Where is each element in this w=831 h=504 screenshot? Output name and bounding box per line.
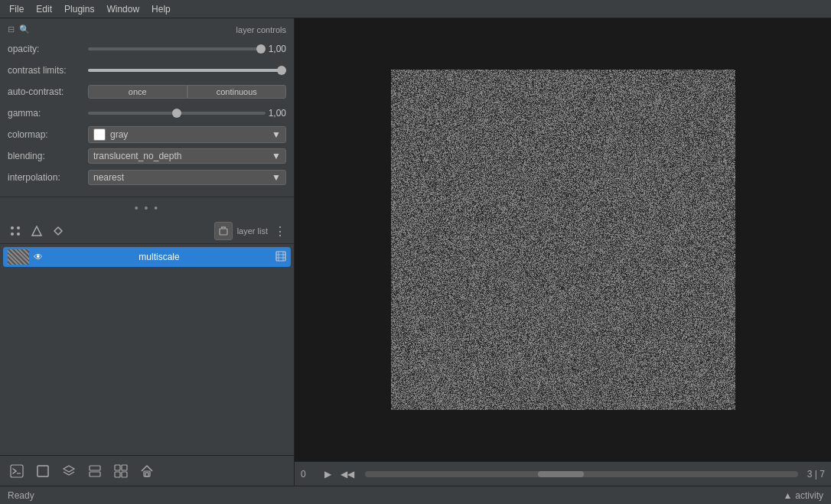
opacity-value: 1,00 <box>269 44 286 54</box>
interpolation-row: interpolation: nearest ▼ <box>8 169 286 186</box>
layer-list-title: layer list <box>237 226 268 236</box>
layer-controls-header: ⊟ 🔍 layer controls <box>8 24 286 34</box>
svg-point-1 <box>17 226 20 229</box>
list-item[interactable]: 👁 multiscale <box>3 247 291 267</box>
svg-rect-20 <box>115 465 120 470</box>
layer-tool-shapes[interactable] <box>28 222 46 240</box>
colormap-value: gray <box>110 129 128 140</box>
separator-dots: • • • <box>0 197 294 219</box>
layer-list-header: layer list ⋮ <box>0 219 294 244</box>
layer-list-content: 👁 multiscale <box>0 244 294 455</box>
svg-rect-16 <box>37 466 48 476</box>
svg-rect-18 <box>90 466 100 470</box>
gamma-value: 1,00 <box>269 108 286 119</box>
expand-layers-btn[interactable] <box>84 460 106 482</box>
auto-contrast-once-btn[interactable]: once <box>88 85 187 99</box>
home-btn[interactable] <box>136 460 158 482</box>
left-panel: ⊟ 🔍 layer controls opacity: 1,00 contras… <box>0 18 295 486</box>
colormap-chevron: ▼ <box>272 129 281 140</box>
colormap-dropdown[interactable]: gray ▼ <box>88 126 286 143</box>
contrast-row: contrast limits: <box>8 62 286 79</box>
controls-minimize-icon[interactable]: ⊟ <box>8 24 15 34</box>
timeline-play-btn[interactable]: ▶ <box>319 466 336 483</box>
layer-controls-title: layer controls <box>236 25 286 34</box>
timeline-thumb <box>538 471 584 477</box>
menu-edit[interactable]: Edit <box>30 2 58 16</box>
status-bar: Ready ▲ activity <box>0 486 831 504</box>
layer-type-icon <box>275 251 286 264</box>
layer-controls-panel: ⊟ 🔍 layer controls opacity: 1,00 contras… <box>0 18 294 197</box>
blending-dropdown[interactable]: translucent_no_depth ▼ <box>88 148 286 164</box>
auto-contrast-buttons: once continuous <box>88 85 286 99</box>
auto-contrast-row: auto-contrast: once continuous <box>8 83 286 100</box>
blending-chevron: ▼ <box>272 151 281 161</box>
gamma-slider[interactable] <box>88 112 266 115</box>
canvas-area: 0 ▶ ◀◀ 3 | 7 <box>295 18 831 486</box>
svg-point-2 <box>11 232 14 236</box>
canvas-viewport[interactable] <box>295 18 831 461</box>
layer-tool-labels[interactable] <box>49 222 67 240</box>
svg-rect-21 <box>122 465 127 470</box>
interpolation-value: nearest <box>93 172 124 183</box>
colormap-swatch <box>93 128 106 141</box>
menu-help[interactable]: Help <box>145 2 177 16</box>
auto-contrast-label: auto-contrast: <box>8 86 88 97</box>
status-ready: Ready <box>8 490 34 501</box>
bottom-toolbar <box>0 455 294 486</box>
svg-rect-24 <box>144 471 150 476</box>
activity-arrow: ▲ <box>783 490 792 501</box>
svg-rect-22 <box>115 472 120 477</box>
menubar: File Edit Plugins Window Help <box>0 0 831 18</box>
opacity-row: opacity: 1,00 <box>8 41 286 57</box>
delete-layer-btn[interactable] <box>214 222 233 240</box>
svg-marker-17 <box>64 466 74 472</box>
layer-list-section: layer list ⋮ 👁 multiscale <box>0 219 294 455</box>
svg-rect-23 <box>122 472 127 477</box>
gamma-slider-container <box>88 112 266 115</box>
layer-visibility-icon[interactable]: 👁 <box>34 252 43 262</box>
interpolation-label: interpolation: <box>8 172 88 183</box>
timeline-bar: 0 ▶ ◀◀ 3 | 7 <box>295 461 831 486</box>
timeline-prev-btn[interactable]: ◀◀ <box>339 466 356 483</box>
opacity-slider-container <box>88 47 266 50</box>
interpolation-chevron: ▼ <box>272 172 281 183</box>
grid-btn[interactable] <box>110 460 132 482</box>
colormap-row: colormap: gray ▼ <box>8 126 286 143</box>
layer-name: multiscale <box>47 252 271 262</box>
timeline-page: 3 | 7 <box>807 469 825 480</box>
controls-search-icon[interactable]: 🔍 <box>19 24 30 34</box>
image-canvas <box>391 70 735 410</box>
opacity-slider[interactable] <box>88 47 266 50</box>
colormap-content: gray <box>93 128 128 141</box>
activity-button[interactable]: ▲ activity <box>783 490 823 501</box>
gamma-row: gamma: 1,00 <box>8 105 286 122</box>
svg-point-0 <box>11 226 14 229</box>
blending-value: translucent_no_depth <box>93 151 181 161</box>
terminal-btn[interactable] <box>6 460 28 482</box>
menu-window[interactable]: Window <box>100 2 145 16</box>
contrast-label: contrast limits: <box>8 65 88 76</box>
noise-render <box>391 70 735 410</box>
layer-list-right: layer list ⋮ <box>214 222 288 240</box>
svg-rect-19 <box>90 472 100 476</box>
opacity-label: opacity: <box>8 44 88 54</box>
3d-layers-btn[interactable] <box>58 460 80 482</box>
main-area: ⊟ 🔍 layer controls opacity: 1,00 contras… <box>0 18 831 486</box>
gamma-label: gamma: <box>8 108 88 119</box>
interpolation-dropdown[interactable]: nearest ▼ <box>88 170 286 185</box>
timeline-track[interactable] <box>365 471 798 477</box>
auto-contrast-continuous-btn[interactable]: continuous <box>187 85 287 99</box>
svg-rect-25 <box>145 473 148 476</box>
svg-rect-9 <box>276 252 285 261</box>
layer-tool-points[interactable] <box>6 222 24 240</box>
menu-file[interactable]: File <box>3 2 30 16</box>
svg-marker-4 <box>32 226 41 236</box>
blending-row: blending: translucent_no_depth ▼ <box>8 148 286 164</box>
svg-point-3 <box>17 232 20 236</box>
layer-more-btn[interactable]: ⋮ <box>272 224 288 239</box>
contrast-slider[interactable] <box>88 69 286 72</box>
svg-rect-5 <box>220 229 227 235</box>
layer-tools <box>6 222 67 240</box>
square-btn[interactable] <box>32 460 54 482</box>
menu-plugins[interactable]: Plugins <box>58 2 100 16</box>
